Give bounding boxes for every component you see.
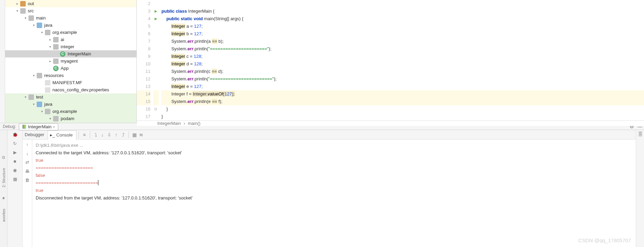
tab-console[interactable]: ▸_ Console	[48, 130, 76, 140]
rerun-icon[interactable]: ↻	[12, 140, 18, 146]
database-icon[interactable]: 🗄	[638, 131, 643, 137]
package-icon	[53, 58, 59, 64]
file-icon	[45, 87, 50, 93]
package-icon	[45, 109, 50, 114]
evaluate-icon[interactable]: ▦	[131, 131, 138, 138]
project-rail[interactable]	[0, 0, 5, 123]
console-line: D:\jdk1.8\bin\java.exe ...	[36, 142, 632, 149]
run-icon[interactable]: ▶	[153, 8, 159, 15]
drop-frame-icon[interactable]: ⤴	[120, 131, 126, 138]
tree-item-orgexample[interactable]: ▾ org.example	[5, 29, 136, 36]
tree-item-myagent[interactable]: ▸ myagent	[5, 57, 136, 65]
console-line: ========================	[36, 179, 632, 187]
tree-label: podam	[61, 115, 74, 122]
trace-icon[interactable]: ≋	[138, 131, 145, 138]
tree-item-java[interactable]: ▾ java	[5, 22, 136, 29]
console-output[interactable]: D:\jdk1.8\bin\java.exe ... Connected to …	[32, 140, 636, 247]
breadcrumb[interactable]: IntegerMain › main()	[137, 120, 644, 126]
chevron-down-icon: ▾	[32, 101, 35, 108]
force-step-icon[interactable]: ⇩	[106, 131, 113, 138]
right-toolwindow-bar[interactable]: 🗄	[636, 130, 644, 247]
watermark: CSDN @qq_17805707	[578, 237, 631, 244]
tree-item-integermain[interactable]: C IntegerMain	[5, 50, 136, 57]
run-gutter[interactable]: ▶▶⊟	[153, 0, 159, 120]
chevron-down-icon: ▾	[48, 43, 52, 50]
breadcrumb-item[interactable]: main()	[188, 121, 201, 126]
print-icon[interactable]: 🖶	[25, 168, 30, 174]
breakpoints-icon[interactable]: ◉	[12, 167, 18, 173]
tree-item-orgexample2[interactable]: ▾ org.example	[5, 108, 136, 115]
tree-item-main[interactable]: ▾ main	[5, 14, 136, 22]
file-icon	[45, 80, 50, 86]
code-editor[interactable]: 234567891011121314151617 ▶▶⊟ public clas…	[137, 0, 644, 123]
tree-item-podamtest[interactable]: C PodamTest	[5, 122, 136, 123]
up-icon[interactable]: ↑	[25, 142, 30, 147]
separator	[129, 131, 129, 138]
console-line: false	[36, 172, 632, 179]
tree-item-src[interactable]: ▾ src	[5, 7, 136, 14]
tab-label: Debugger	[25, 132, 44, 137]
package-icon	[53, 37, 59, 42]
structure-icon[interactable]: ⧉	[2, 155, 5, 160]
debug-icon[interactable]: 🐞	[12, 131, 18, 138]
left-toolwindow-bar[interactable]: ⧉ 2: Structure ★ avorites	[0, 130, 8, 247]
folder-icon	[20, 8, 26, 14]
run-icon[interactable]: ▶	[153, 15, 159, 23]
chevron-down-icon: ▾	[15, 7, 19, 14]
favorites-label[interactable]: avorites	[2, 209, 6, 222]
filter-icon[interactable]: ≡	[81, 131, 88, 138]
wrap-icon[interactable]: ⇄	[25, 159, 30, 165]
line-number-gutter: 234567891011121314151617	[137, 0, 153, 120]
tree-item-ai[interactable]: ▸ ai	[5, 36, 136, 43]
tree-label: main	[36, 14, 46, 22]
tree-item-podam[interactable]: ▾ podam	[5, 115, 136, 122]
chevron-down-icon: ▾	[40, 29, 44, 36]
folder-icon	[28, 94, 34, 100]
project-tree[interactable]: ▸ out ▾ src ▾ main ▾ java ▾ org.example …	[5, 0, 137, 123]
tree-item-out[interactable]: ▸ out	[5, 0, 136, 7]
class-icon: C	[53, 66, 59, 71]
tree-label: integer	[61, 43, 74, 50]
step-into-icon[interactable]: ↓	[99, 131, 106, 138]
tree-item-java2[interactable]: ▾ java	[5, 101, 136, 108]
debug-tab-label: IntegerMain	[28, 124, 52, 129]
console-line: Connected to the target VM, address: '12…	[36, 149, 632, 157]
chevron-right-icon: ▸	[48, 57, 52, 65]
tree-item-app[interactable]: C App	[5, 65, 136, 72]
step-out-icon[interactable]: ↑	[113, 131, 120, 138]
debug-session-tab[interactable]: 📗 IntegerMain ×	[19, 123, 58, 130]
folder-icon	[20, 1, 26, 6]
tree-item-nacos[interactable]: nacos_config_dev.properties	[5, 86, 136, 93]
tree-label: App	[61, 65, 69, 72]
breadcrumb-item[interactable]: IntegerMain	[157, 121, 181, 126]
folder-icon	[37, 23, 42, 28]
favorites-icon[interactable]: ★	[2, 196, 5, 200]
package-icon	[53, 116, 59, 121]
layout-icon[interactable]: ▦	[12, 176, 18, 182]
tree-item-test[interactable]: ▾ test	[5, 93, 136, 101]
tree-item-integer[interactable]: ▾ integer	[5, 43, 136, 50]
class-icon: C	[60, 51, 65, 57]
tree-label: ai	[61, 36, 64, 43]
tree-item-resources[interactable]: ▾ resources	[5, 72, 136, 79]
console-line: ======================	[36, 164, 632, 172]
code-content[interactable]: public class IntegerMain { public static…	[159, 0, 644, 120]
console-actions-rail: ↑ ↓ ⇄ 🖶 🗑	[23, 140, 32, 247]
down-icon[interactable]: ↓	[25, 151, 30, 156]
chevron-right-icon: ▸	[15, 0, 19, 7]
clear-icon[interactable]: 🗑	[25, 177, 30, 183]
tree-label: myagent	[61, 57, 78, 65]
tree-label: IntegerMain	[68, 50, 91, 57]
package-icon	[45, 30, 50, 35]
resume-icon[interactable]: ▶	[12, 149, 18, 155]
structure-label[interactable]: 2: Structure	[2, 168, 6, 187]
chevron-down-icon: ▾	[40, 108, 44, 115]
chevron-down-icon: ▾	[24, 93, 27, 101]
tree-label: java	[44, 101, 52, 108]
stop-icon[interactable]: ■	[12, 158, 18, 164]
close-icon[interactable]: ×	[53, 125, 55, 129]
text-cursor	[98, 180, 98, 185]
tab-debugger[interactable]: Debugger	[23, 130, 48, 140]
tree-item-manifest[interactable]: MANIFEST.MF	[5, 79, 136, 86]
step-over-icon[interactable]: ⤵	[92, 131, 99, 138]
